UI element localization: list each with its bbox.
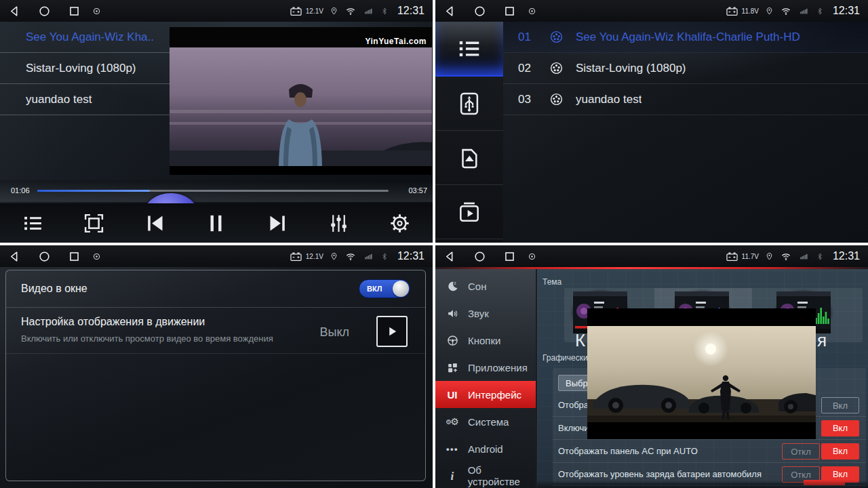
battery-icon <box>290 5 302 18</box>
battery-icon <box>726 250 738 263</box>
seek-fill <box>37 190 150 192</box>
list-item[interactable]: 02 Sistar-Loving (1080p) <box>503 53 868 84</box>
settings-panel: Видео в окне ВКЛ Настройка отображения в… <box>5 270 426 481</box>
off-button[interactable]: Откл <box>782 466 820 483</box>
screenshot-icon[interactable] <box>528 252 536 261</box>
status-bar: 12.1V 12:31 <box>0 245 433 267</box>
on-button[interactable]: Вкл <box>821 397 859 413</box>
play-icon <box>385 325 399 338</box>
pause-button[interactable] <box>205 212 227 235</box>
tab-sdcard[interactable] <box>435 131 503 185</box>
location-icon <box>765 6 774 16</box>
seek-bar[interactable] <box>37 190 389 192</box>
setting-title: Настройка отображения в движении <box>21 316 410 328</box>
recents-button[interactable] <box>503 250 516 263</box>
setting-value: Выкл <box>319 325 349 340</box>
recents-button[interactable] <box>68 250 81 263</box>
sidebar-item-sleep[interactable]: z Сон <box>435 272 536 300</box>
list-item[interactable]: 03 yuandao test <box>503 84 868 115</box>
location-icon <box>765 251 774 262</box>
recents-button[interactable] <box>68 5 81 18</box>
setting-row-video-in-window: Видео в окне ВКЛ <box>6 270 425 308</box>
motion-setting-play-button[interactable] <box>376 316 408 347</box>
wifi-icon <box>780 6 792 16</box>
home-button[interactable] <box>473 5 486 18</box>
sidebar-item-system[interactable]: ⚙⚙ Система <box>435 408 536 435</box>
theme-section-label: Тема <box>542 277 561 287</box>
sidebar-item-label: Об устройстве <box>468 464 536 487</box>
back-button[interactable] <box>8 5 21 18</box>
floating-video-window[interactable] <box>587 308 816 439</box>
setting-title: Видео в окне <box>21 283 87 295</box>
aspect-ratio-button[interactable] <box>83 212 105 235</box>
signal-icon <box>363 251 374 261</box>
sidebar-item-android[interactable]: ••• Android <box>435 435 536 462</box>
playlist-item[interactable]: See You Again-Wiz Kha.. <box>0 22 170 53</box>
previous-button[interactable] <box>144 212 166 235</box>
sidebar-item-about[interactable]: i Об устройстве <box>435 462 536 488</box>
clock: 12:31 <box>397 5 425 17</box>
track-title: Sistar-Loving (1080p) <box>576 62 686 75</box>
settings-button[interactable] <box>389 212 411 235</box>
recents-button[interactable] <box>503 5 516 18</box>
home-button[interactable] <box>38 250 51 263</box>
video-thumbnail[interactable]: YinYueTai.com <box>170 27 432 175</box>
sidebar-item-label: Приложения <box>468 362 528 373</box>
bluetooth-icon <box>380 251 389 262</box>
back-button[interactable] <box>443 250 456 263</box>
off-button[interactable]: Откл <box>782 443 820 460</box>
gears-icon: ⚙⚙ <box>444 416 460 427</box>
on-button[interactable]: Вкл <box>821 443 859 460</box>
video-scene <box>587 326 816 422</box>
location-icon <box>330 6 338 16</box>
video-in-window-toggle[interactable]: ВКЛ <box>359 279 410 298</box>
home-button[interactable] <box>473 250 486 263</box>
clock: 12:31 <box>833 250 860 262</box>
apps-icon <box>444 361 460 374</box>
setting-row-motion-display[interactable]: Настройка отображения в движении Включит… <box>6 308 425 354</box>
playlist-button[interactable] <box>22 212 44 235</box>
sidebar-item-label: Кнопки <box>468 335 500 346</box>
steering-wheel-icon <box>444 334 460 347</box>
toggle-knob[interactable] <box>393 281 409 297</box>
wifi-icon <box>780 251 792 262</box>
signal-icon <box>798 6 810 16</box>
track-number: 01 <box>518 30 549 44</box>
status-bar: 12.1V 12:31 <box>0 0 433 22</box>
setting-label: Отображать панель AC при AUTO <box>558 446 781 456</box>
on-button[interactable]: Вкл <box>821 466 859 483</box>
video-letterbox-bottom <box>170 166 432 175</box>
sidebar-item-apps[interactable]: Приложения <box>435 354 536 381</box>
track-title: yuandao test <box>576 93 642 106</box>
screenshot-icon[interactable] <box>92 7 101 16</box>
screenshot-icon[interactable] <box>528 7 536 16</box>
back-button[interactable] <box>443 5 456 18</box>
sidebar-item-sound[interactable]: Звук <box>435 300 536 327</box>
tab-video[interactable] <box>435 185 503 239</box>
back-button[interactable] <box>8 250 21 263</box>
on-button[interactable]: Вкл <box>821 420 859 436</box>
list-item[interactable]: 01 See You Again-Wiz Khalifa-Charlie Put… <box>503 22 868 53</box>
sidebar-item-label: Сон <box>468 281 486 292</box>
dots-icon: ••• <box>444 444 460 454</box>
tab-playlist[interactable] <box>435 22 503 77</box>
screenshot-icon[interactable] <box>92 252 101 261</box>
sidebar-item-label: Система <box>468 416 509 428</box>
graphics-section-label: Графический <box>542 353 592 363</box>
settings-sidebar: z Сон Звук Кнопки Приложения UI Интерфей… <box>435 269 536 488</box>
screenshot-grid: 12.1V 12:31 See You Again-Wiz Kha.. Sist… <box>0 0 868 488</box>
setting-subtitle: Включить или отключить просмотр видео во… <box>21 333 410 344</box>
sidebar-item-interface[interactable]: UI Интерфейс <box>435 381 536 408</box>
tab-usb[interactable] <box>435 77 503 131</box>
sidebar-item-buttons[interactable]: Кнопки <box>435 327 536 354</box>
film-reel-icon <box>549 92 564 106</box>
battery-voltage: 12.1V <box>306 7 323 15</box>
clipped-button <box>804 480 845 485</box>
video-list: 01 See You Again-Wiz Khalifa-Charlie Put… <box>503 22 868 115</box>
playlist-item[interactable]: Sistar-Loving (1080p) <box>0 53 170 84</box>
playlist-item[interactable]: yuandao test <box>0 84 170 115</box>
home-button[interactable] <box>38 5 51 18</box>
equalizer-button[interactable] <box>328 212 350 235</box>
battery-voltage: 11.7V <box>742 253 759 260</box>
next-button[interactable] <box>267 212 289 235</box>
